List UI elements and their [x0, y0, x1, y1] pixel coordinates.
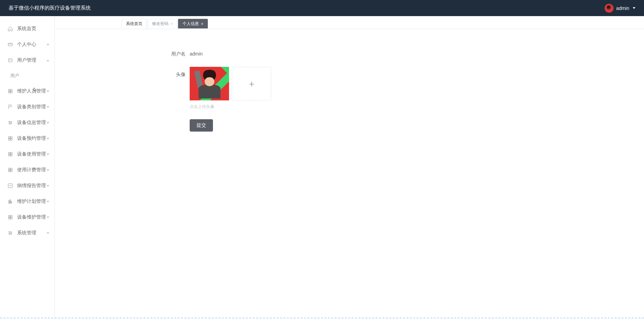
svg-rect-29 [9, 200, 9, 203]
sidebar-item-profile[interactable]: 个人中心 [0, 37, 54, 52]
svg-rect-22 [9, 155, 10, 156]
sidebar-subitem-user[interactable]: 用户 [0, 68, 54, 83]
chevron-down-icon [47, 90, 49, 92]
chevron-down-icon [47, 44, 49, 46]
sidebar-item-label: 设备信息管理 [17, 120, 46, 126]
svg-rect-2 [9, 59, 12, 62]
sidebar-item-system-mgmt[interactable]: 系统管理 [0, 225, 54, 241]
chevron-down-icon [633, 7, 635, 9]
svg-rect-30 [10, 200, 11, 204]
avatar-field-label: 头像 [171, 67, 186, 78]
sidebar-item-condition-report-mgmt[interactable]: 病情报告管理 [0, 178, 54, 194]
upload-avatar-button[interactable]: ＋ [232, 67, 271, 100]
sidebar-item-label: 设备类别管理 [17, 104, 46, 110]
svg-rect-7 [11, 89, 12, 91]
grid-icon [8, 167, 13, 173]
home-icon [8, 26, 13, 32]
svg-rect-24 [9, 168, 10, 170]
chevron-up-icon [47, 60, 49, 61]
sliders-icon [8, 230, 13, 236]
chevron-down-icon [47, 122, 49, 124]
svg-point-41 [10, 234, 10, 234]
svg-point-14 [11, 122, 12, 123]
sidebar-item-label: 系统管理 [17, 230, 36, 236]
sidebar-item-usage-mgmt[interactable]: 设备使用管理 [0, 146, 54, 162]
sidebar-item-maintenance-plan-mgmt[interactable]: 维护计划管理 [0, 194, 54, 209]
sidebar-item-maintainer-mgmt[interactable]: 维护人员管理 [0, 83, 54, 99]
sidebar-item-label: 设备使用管理 [17, 151, 46, 157]
sidebar-item-label: 病情报告管理 [17, 183, 46, 189]
tab-home[interactable]: 系统首页 [122, 19, 147, 28]
sidebar-item-category-mgmt[interactable]: 设备类别管理 [0, 99, 54, 115]
username-field-label: 用户名 [171, 50, 186, 57]
chevron-down-icon [47, 232, 49, 234]
grid-icon [8, 136, 13, 141]
svg-rect-33 [11, 216, 12, 217]
bars-icon [8, 199, 13, 204]
bottom-divider [0, 318, 644, 318]
sidebar-item-device-maintenance-mgmt[interactable]: 设备维护管理 [0, 209, 54, 225]
avatar-icon [605, 4, 614, 13]
chevron-down-icon [47, 201, 49, 203]
sidebar-item-reservation-mgmt[interactable]: 设备预约管理 [0, 131, 54, 146]
flag-icon [8, 104, 13, 110]
sidebar-item-billing-mgmt[interactable]: 使用计费管理 [0, 162, 54, 178]
tab-profile[interactable]: 个人信息 × [178, 19, 208, 28]
svg-rect-5 [11, 60, 12, 61]
svg-rect-34 [9, 218, 10, 219]
avatar-thumbnail[interactable] [190, 67, 229, 100]
svg-point-40 [11, 233, 12, 233]
submit-button[interactable]: 提交 [190, 119, 213, 132]
sidebar-item-label: 使用计费管理 [17, 167, 46, 173]
svg-rect-20 [9, 152, 10, 154]
svg-rect-16 [9, 137, 10, 138]
chevron-down-icon [47, 217, 49, 218]
svg-rect-19 [11, 139, 12, 140]
sidebar-item-label: 设备维护管理 [17, 214, 46, 220]
tab-bar: 系统首页 修改密码 × 个人信息 × [55, 16, 644, 29]
grid-icon [8, 151, 13, 157]
grid-icon [8, 214, 13, 220]
sidebar-item-device-info-mgmt[interactable]: 设备信息管理 [0, 115, 54, 131]
svg-rect-17 [11, 137, 12, 138]
sidebar-subitem-label: 用户 [10, 73, 19, 79]
svg-rect-25 [11, 168, 12, 170]
tab-change-password[interactable]: 修改密码 × [148, 19, 177, 28]
svg-rect-21 [11, 152, 12, 154]
svg-rect-6 [9, 89, 10, 91]
close-icon[interactable]: × [171, 22, 173, 26]
sidebar-item-label: 用户管理 [17, 57, 36, 63]
sidebar-item-label: 个人中心 [17, 41, 36, 48]
app-title: 基于微信小程序的医疗设备管理系统 [9, 5, 91, 11]
svg-rect-3 [9, 60, 10, 60]
upload-hint: 点击上传头像 [190, 104, 644, 110]
sliders-icon [8, 120, 13, 125]
svg-rect-26 [9, 170, 10, 172]
svg-rect-31 [11, 201, 12, 203]
svg-rect-9 [11, 91, 12, 93]
close-icon[interactable]: × [201, 22, 203, 26]
chart-icon [8, 183, 13, 188]
sidebar-item-home[interactable]: 系统首页 [0, 21, 54, 37]
svg-rect-4 [11, 60, 12, 60]
tab-label: 系统首页 [126, 21, 142, 27]
user-menu[interactable]: admin [605, 4, 635, 13]
svg-point-13 [9, 121, 10, 122]
chevron-down-icon [47, 138, 49, 139]
chevron-down-icon [47, 185, 49, 187]
svg-rect-8 [9, 91, 10, 93]
sidebar-item-user-mgmt[interactable]: 用户管理 [0, 52, 54, 68]
sidebar-item-label: 设备预约管理 [17, 135, 46, 142]
content-area: 系统首页 修改密码 × 个人信息 × 用户名 admin 头像 [55, 16, 644, 319]
chevron-down-icon [47, 169, 49, 171]
tab-label: 个人信息 [182, 21, 199, 27]
username-label: admin [616, 5, 629, 11]
app-header: 基于微信小程序的医疗设备管理系统 admin [0, 0, 644, 16]
svg-rect-27 [11, 170, 12, 172]
grid-icon [8, 88, 13, 94]
svg-rect-35 [11, 218, 12, 219]
sidebar-item-label: 维护计划管理 [17, 198, 46, 205]
chevron-down-icon [47, 106, 49, 108]
sidebar-item-label: 系统首页 [17, 26, 36, 32]
tab-label: 修改密码 [152, 21, 168, 27]
